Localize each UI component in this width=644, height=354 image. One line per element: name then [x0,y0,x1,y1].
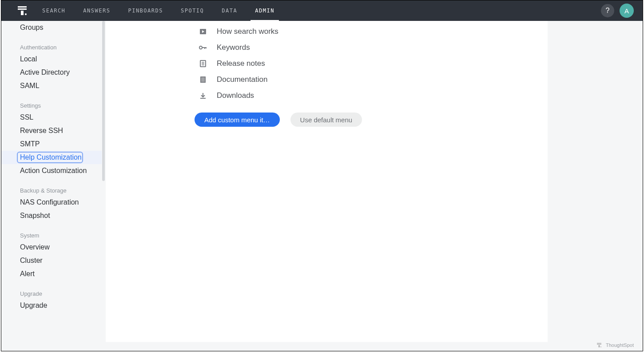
button-row: Add custom menu it… Use default menu [106,113,548,127]
help-row-label: Release notes [217,59,265,68]
sidebar-item-alert[interactable]: Alert [1,267,102,281]
svg-rect-8 [204,47,205,49]
sidebar-section-system: System [1,222,102,241]
help-row-how-search-works[interactable]: How search works [199,24,548,40]
sidebar-item-smtp[interactable]: SMTP [1,137,102,151]
svg-rect-18 [597,343,601,344]
sidebar-scrollbar[interactable] [102,21,105,351]
use-default-menu-button[interactable]: Use default menu [290,113,362,127]
svg-rect-0 [18,6,27,8]
sidebar-item-snapshot[interactable]: Snapshot [1,209,102,222]
help-row-label: How search works [217,27,278,36]
key-icon [199,44,207,52]
nav-answers[interactable]: ANSWERS [83,0,110,21]
help-row-keywords[interactable]: Keywords [199,40,548,56]
sidebar-item-action-customization[interactable]: Action Customization [1,164,102,177]
sidebar-item-groups[interactable]: Groups [1,21,102,34]
svg-rect-1 [18,8,27,10]
svg-point-21 [600,346,601,347]
sidebar-item-reverse-ssh[interactable]: Reverse SSH [1,124,102,137]
nav-admin[interactable]: ADMIN [255,0,274,21]
help-menu-list: How search worksKeywordsRelease notesDoc… [106,21,548,104]
sidebar: GroupsAuthenticationLocalActive Director… [1,21,106,351]
sidebar-item-help-customization[interactable]: Help Customization [1,151,102,164]
play-icon [199,28,207,36]
sidebar-item-local[interactable]: Local [1,52,102,66]
help-row-downloads[interactable]: Downloads [199,88,548,104]
svg-rect-9 [206,47,207,48]
sidebar-item-cluster[interactable]: Cluster [1,254,102,267]
sidebar-section-settings: Settings [1,93,102,111]
avatar-initial: A [624,7,629,15]
sidebar-section-authentication: Authentication [1,34,102,52]
svg-rect-2 [21,11,24,15]
notes-icon [199,60,207,68]
help-row-documentation[interactable]: Documentation [199,72,548,88]
logo-icon [16,4,28,17]
svg-rect-15 [201,77,205,82]
svg-rect-19 [597,344,601,345]
avatar[interactable]: A [620,4,634,18]
footer-brand: ThoughtSpot [596,342,634,348]
sidebar-item-saml[interactable]: SAML [1,79,102,93]
nav-search[interactable]: SEARCH [42,0,65,21]
content-area: How search worksKeywordsRelease notesDoc… [106,21,643,351]
sidebar-section-backup-storage: Backup & Storage [1,177,102,196]
body: GroupsAuthenticationLocalActive Director… [1,21,643,351]
help-icon: ? [606,7,610,15]
sidebar-item-active-directory[interactable]: Active Directory [1,66,102,79]
svg-rect-20 [599,345,600,347]
nav-pinboards[interactable]: PINBOARDS [128,0,163,21]
scrollbar-thumb[interactable] [102,21,105,181]
sidebar-section-upgrade: Upgrade [1,281,102,299]
brand-logo[interactable] [16,4,29,17]
help-row-label: Keywords [217,43,250,52]
download-icon [199,92,207,100]
help-button[interactable]: ? [601,4,614,17]
app-frame: SEARCHANSWERSPINBOARDSSPOTIQDATAADMIN ? … [1,0,643,351]
nav-data[interactable]: DATA [222,0,237,21]
sidebar-item-ssl[interactable]: SSL [1,111,102,124]
help-row-label: Documentation [217,75,267,84]
help-row-release-notes[interactable]: Release notes [199,56,548,72]
svg-point-6 [199,46,202,49]
footer-brand-label: ThoughtSpot [606,342,634,348]
sidebar-item-nas-configuration[interactable]: NAS Configuration [1,196,102,209]
topbar-right: ? A [601,4,634,18]
book-icon [199,76,207,84]
help-customization-panel: How search worksKeywordsRelease notesDoc… [106,21,548,342]
sidebar-item-overview[interactable]: Overview [1,241,102,254]
topbar: SEARCHANSWERSPINBOARDSSPOTIQDATAADMIN ? … [1,0,643,21]
svg-point-3 [25,13,27,15]
sidebar-item-upgrade[interactable]: Upgrade [1,299,102,312]
nav-links: SEARCHANSWERSPINBOARDSSPOTIQDATAADMIN [42,0,274,21]
svg-rect-7 [202,47,206,48]
add-custom-menu-item-button[interactable]: Add custom menu it… [195,113,280,127]
footer-logo-icon [596,342,602,348]
nav-spotiq[interactable]: SPOTIQ [181,0,204,21]
help-row-label: Downloads [217,91,254,100]
sidebar-scroll: GroupsAuthenticationLocalActive Director… [1,21,102,351]
